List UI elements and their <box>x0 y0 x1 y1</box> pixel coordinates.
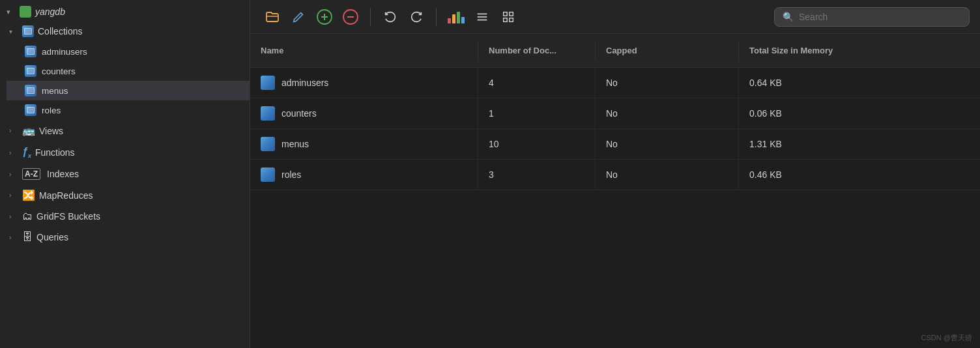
table-row[interactable]: counters 1 No 0.06 KB <box>250 98 980 129</box>
cell-capped-counters: No <box>596 98 739 128</box>
indexes-section-header[interactable]: › A-Z Indexes <box>0 164 250 184</box>
cell-docs-adminusers: 4 <box>478 68 596 98</box>
cell-size-counters: 0.06 KB <box>739 98 980 128</box>
remove-button[interactable] <box>339 5 362 29</box>
functions-icon: ƒx <box>22 146 31 159</box>
queries-chevron-icon: › <box>9 234 18 241</box>
db-icon <box>20 6 31 18</box>
views-icon: 🚌 <box>22 124 35 137</box>
sidebar-root-db[interactable]: ▾ yangdb <box>0 3 250 21</box>
mapreduces-icon: 🔀 <box>22 189 35 201</box>
sidebar-section-collections: ▾ Collections adminusers counters menus … <box>0 21 250 120</box>
indexes-chevron-icon: › <box>9 171 18 178</box>
cell-size-adminusers: 0.64 KB <box>739 68 980 98</box>
open-folder-button[interactable] <box>261 5 284 29</box>
col-name-header: Name <box>250 40 478 61</box>
svg-rect-8 <box>510 18 513 22</box>
undo-button[interactable] <box>379 5 402 29</box>
queries-icon: 🗄 <box>22 231 33 243</box>
col-docs-header: Number of Doc... <box>478 40 596 61</box>
cell-name-roles: roles <box>250 160 478 190</box>
cell-name-counters: counters <box>250 98 478 128</box>
table-header: Name Number of Doc... Capped Total Size … <box>250 34 980 68</box>
grid-view-button[interactable] <box>497 5 520 29</box>
sidebar-item-adminusers[interactable]: adminusers <box>7 42 250 61</box>
cell-docs-counters: 1 <box>478 98 596 128</box>
counters-label: counters <box>42 66 76 76</box>
collections-chevron-icon: ▾ <box>9 28 18 35</box>
toolbar: 🔍 <box>250 0 980 34</box>
search-icon: 🔍 <box>783 12 794 22</box>
menus-icon <box>25 85 36 96</box>
queries-section-header[interactable]: › 🗄 Queries <box>0 227 250 248</box>
gridfs-icon: 🗂 <box>22 210 33 222</box>
roles-icon <box>25 104 36 116</box>
roles-row-icon <box>261 167 275 182</box>
toolbar-divider-2 <box>436 8 437 26</box>
root-chevron-icon: ▾ <box>7 8 16 16</box>
cell-capped-adminusers: No <box>596 68 739 98</box>
cell-capped-roles: No <box>596 160 739 190</box>
counters-row-icon <box>261 106 275 121</box>
mapreduces-chevron-icon: › <box>9 192 18 199</box>
adminusers-row-icon <box>261 76 275 90</box>
cell-capped-menus: No <box>596 129 739 159</box>
adminusers-icon <box>25 46 36 57</box>
chart-button[interactable] <box>444 5 468 29</box>
db-label: yangdb <box>35 7 65 17</box>
watermark: CSDN @曹天骄 <box>921 333 972 343</box>
bar-chart-icon <box>448 10 465 23</box>
counters-icon <box>25 65 36 77</box>
sidebar: ▾ yangdb ▾ Collections adminusers counte… <box>0 0 250 348</box>
edit-button[interactable] <box>287 5 310 29</box>
redo-button[interactable] <box>405 5 428 29</box>
col-size-header: Total Size in Memory <box>739 40 980 61</box>
queries-label: Queries <box>36 232 68 242</box>
mapreduces-label: MapReduces <box>39 190 93 201</box>
gridfs-label: GridFS Buckets <box>36 211 100 222</box>
collections-section-header[interactable]: ▾ Collections <box>7 21 250 42</box>
sidebar-item-roles[interactable]: roles <box>7 100 250 120</box>
table-row[interactable]: roles 3 No 0.46 KB <box>250 160 980 190</box>
cell-docs-menus: 10 <box>478 129 596 159</box>
adminusers-label: adminusers <box>42 47 87 57</box>
mapreduces-section-header[interactable]: › 🔀 MapReduces <box>0 184 250 206</box>
gridfs-section-header[interactable]: › 🗂 GridFS Buckets <box>0 206 250 227</box>
search-box[interactable]: 🔍 <box>774 7 970 27</box>
indexes-icon: A-Z <box>22 168 40 180</box>
main-content: 🔍 Name Number of Doc... Capped Total Siz… <box>250 0 980 348</box>
sidebar-item-counters[interactable]: counters <box>7 61 250 81</box>
functions-label: Functions <box>35 147 75 158</box>
cell-name-menus: menus <box>250 129 478 159</box>
collections-label: Collections <box>38 26 82 36</box>
table-row[interactable]: menus 10 No 1.31 KB <box>250 129 980 160</box>
gridfs-chevron-icon: › <box>9 213 18 220</box>
svg-rect-6 <box>510 12 513 16</box>
collections-table: Name Number of Doc... Capped Total Size … <box>250 34 980 348</box>
functions-section-header[interactable]: › ƒx Functions <box>0 141 250 164</box>
views-section-header[interactable]: › 🚌 Views <box>0 120 250 141</box>
views-label: Views <box>39 126 63 136</box>
menus-row-icon <box>261 137 275 151</box>
col-capped-header: Capped <box>596 40 739 61</box>
search-input[interactable] <box>799 12 961 22</box>
sidebar-item-menus[interactable]: menus <box>7 81 250 100</box>
views-chevron-icon: › <box>9 127 18 134</box>
cell-name-adminusers: adminusers <box>250 68 478 98</box>
list-view-button[interactable] <box>470 5 494 29</box>
table-row[interactable]: adminusers 4 No 0.64 KB <box>250 68 980 98</box>
toolbar-divider-1 <box>370 8 371 26</box>
cell-size-menus: 1.31 KB <box>739 129 980 159</box>
cell-docs-roles: 3 <box>478 160 596 190</box>
svg-rect-5 <box>504 12 508 16</box>
svg-rect-7 <box>504 18 508 22</box>
collections-section-icon <box>22 25 34 37</box>
roles-label: roles <box>42 106 61 115</box>
indexes-label: Indexes <box>47 169 79 179</box>
menus-label: menus <box>42 86 68 96</box>
cell-size-roles: 0.46 KB <box>739 160 980 190</box>
add-button[interactable] <box>313 5 336 29</box>
functions-chevron-icon: › <box>9 149 18 156</box>
